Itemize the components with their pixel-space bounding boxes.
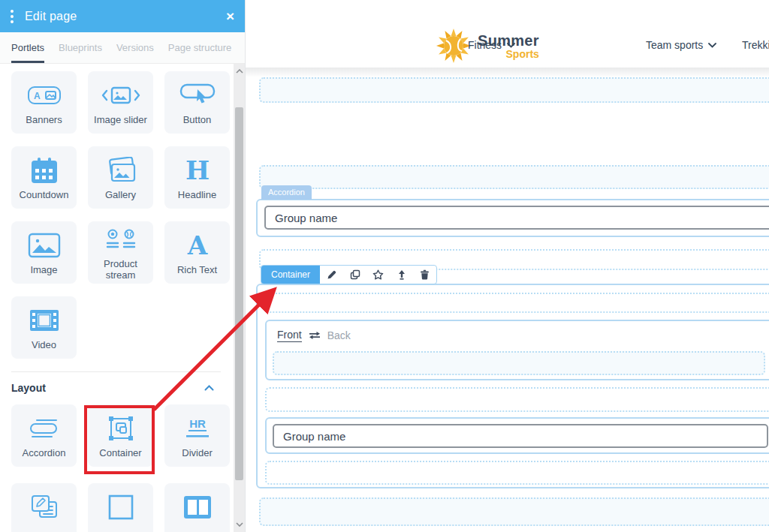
image-icon — [27, 230, 62, 260]
product-stream-icon — [104, 224, 137, 254]
portlet-button[interactable]: Button — [164, 71, 230, 134]
rich-text-icon: A — [184, 230, 211, 260]
site-header: Summer Sports Fitness Team sports Trekki — [246, 0, 769, 68]
chevron-up-icon[interactable] — [204, 385, 214, 391]
portlet-label: Accordion — [23, 447, 66, 458]
portlet-label: Gallery — [105, 189, 136, 200]
drop-zone[interactable] — [265, 293, 769, 313]
drop-zone[interactable] — [265, 461, 769, 485]
portlet-accordion[interactable]: Accordion — [11, 404, 77, 467]
edit-page-panel: Edit page × Portlets Blueprints Versions… — [0, 0, 246, 532]
accordion-portlet[interactable] — [256, 199, 769, 237]
scrollbar-thumb[interactable] — [235, 107, 243, 480]
svg-text:A: A — [186, 231, 207, 260]
panel-tabs: Portlets Blueprints Versions Page struct… — [0, 32, 245, 64]
accordion-icon — [27, 413, 62, 443]
portlet-banners[interactable]: A Banners — [11, 71, 77, 134]
portlet-label: Countdown — [20, 189, 69, 200]
portlet-label: Banners — [26, 114, 62, 125]
portlet-columns[interactable] — [164, 483, 230, 532]
accordion-portlet[interactable] — [265, 417, 769, 454]
tab-page-structure[interactable]: Page structure — [168, 32, 232, 63]
portlet-label: Product stream — [88, 258, 153, 281]
swap-icon[interactable] — [309, 331, 321, 340]
flip-card-portlet[interactable]: Front Back — [265, 320, 769, 380]
portlet-countdown[interactable]: Countdown — [11, 146, 77, 209]
drop-zone[interactable] — [259, 165, 769, 189]
portlet-image-slider[interactable]: Image slider — [88, 71, 153, 134]
portlet-label: Image slider — [94, 114, 147, 125]
portlet-product-stream[interactable]: Product stream — [88, 221, 153, 284]
portlet-video[interactable]: Video — [11, 296, 77, 359]
move-up-icon[interactable] — [390, 266, 413, 284]
image-slider-icon — [101, 80, 140, 110]
portlet-empty-container[interactable] — [88, 483, 153, 532]
tab-versions[interactable]: Versions — [116, 32, 154, 63]
close-icon[interactable]: × — [226, 9, 234, 23]
svg-text:H: H — [185, 156, 209, 185]
portlet-label: Rich Text — [177, 264, 217, 275]
container-toolbar: Container — [261, 265, 437, 284]
header-shadow — [246, 68, 769, 77]
scroll-up-icon[interactable] — [234, 66, 245, 77]
svg-text:A: A — [34, 91, 41, 101]
pages-icon — [28, 492, 61, 522]
portlet-pages[interactable] — [11, 483, 77, 532]
drop-zone[interactable] — [259, 77, 769, 103]
container-portlet-tab[interactable]: Container — [261, 266, 320, 284]
layout-section-title: Layout — [11, 382, 46, 394]
group-name-input[interactable] — [273, 424, 768, 448]
headline-icon: H — [184, 155, 211, 185]
portlet-label: Headline — [178, 189, 216, 200]
square-icon — [107, 492, 134, 522]
front-tab[interactable]: Front — [277, 329, 302, 342]
container-icon — [105, 413, 137, 443]
panel-title: Edit page — [25, 10, 77, 23]
drop-zone[interactable] — [265, 387, 769, 412]
duplicate-icon[interactable] — [343, 266, 366, 284]
back-tab[interactable]: Back — [327, 329, 351, 341]
section-divider — [11, 371, 221, 372]
scroll-down-icon[interactable] — [234, 519, 245, 530]
video-icon — [28, 305, 61, 335]
tab-blueprints[interactable]: Blueprints — [59, 32, 102, 63]
countdown-icon — [29, 155, 59, 185]
portlet-label: Video — [32, 339, 56, 350]
drop-zone[interactable] — [259, 497, 769, 526]
page-preview: Summer Sports Fitness Team sports Trekki… — [246, 0, 769, 532]
chevron-down-icon — [708, 43, 716, 48]
panel-header: Edit page × — [0, 0, 245, 32]
panel-scrollbar[interactable] — [234, 64, 245, 532]
accordion-portlet-tab[interactable]: Accordion — [261, 185, 312, 200]
divider-icon: HR — [182, 413, 213, 443]
nav-fitness[interactable]: Fitness — [468, 39, 515, 51]
portlet-label: Divider — [182, 447, 212, 458]
portlet-label: Image — [30, 264, 57, 275]
delete-icon[interactable] — [413, 266, 436, 284]
nav-team-sports[interactable]: Team sports — [646, 39, 716, 51]
portlet-image[interactable]: Image — [11, 221, 77, 284]
kebab-menu-icon[interactable] — [11, 10, 14, 23]
portlet-gallery[interactable]: Gallery — [88, 146, 153, 209]
portlet-container[interactable]: Container — [88, 404, 153, 467]
nav-trekking[interactable]: Trekki — [742, 39, 769, 51]
favorite-icon[interactable] — [366, 266, 390, 284]
chevron-down-icon — [507, 43, 515, 48]
portlet-divider[interactable]: HR Divider — [164, 404, 230, 467]
group-name-input[interactable] — [264, 206, 769, 230]
button-icon — [179, 80, 216, 110]
portlet-list: A Banners Image sli — [0, 64, 234, 532]
sun-logo-icon — [435, 27, 472, 65]
edit-icon[interactable] — [320, 266, 343, 284]
banners-icon: A — [27, 80, 62, 110]
portlet-headline[interactable]: H Headline — [164, 146, 230, 209]
portlet-rich-text[interactable]: A Rich Text — [164, 221, 230, 284]
tab-portlets[interactable]: Portlets — [11, 32, 44, 63]
svg-text:HR: HR — [189, 417, 206, 430]
portlet-label: Container — [99, 447, 141, 458]
portlet-label: Button — [183, 114, 212, 125]
columns-icon — [182, 492, 213, 522]
gallery-icon — [104, 155, 138, 185]
drop-zone[interactable] — [273, 351, 765, 375]
container-portlet[interactable]: Front Back — [256, 284, 769, 488]
